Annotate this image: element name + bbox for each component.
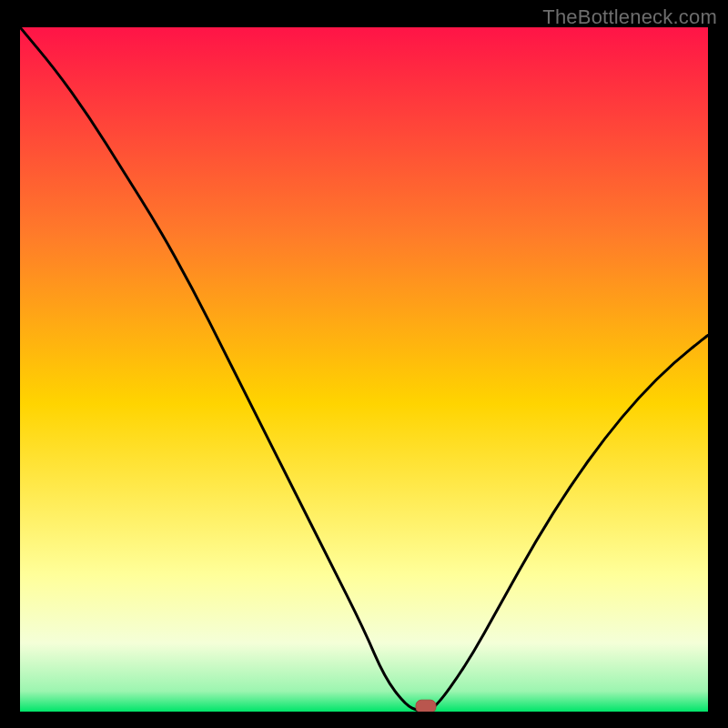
chart-frame: TheBottleneck.com [0, 0, 728, 728]
bottleneck-chart-svg [20, 27, 708, 712]
optimal-point-marker [416, 700, 436, 712]
gradient-background [20, 27, 708, 712]
plot-area [20, 27, 708, 712]
watermark-text: TheBottleneck.com [542, 5, 717, 29]
